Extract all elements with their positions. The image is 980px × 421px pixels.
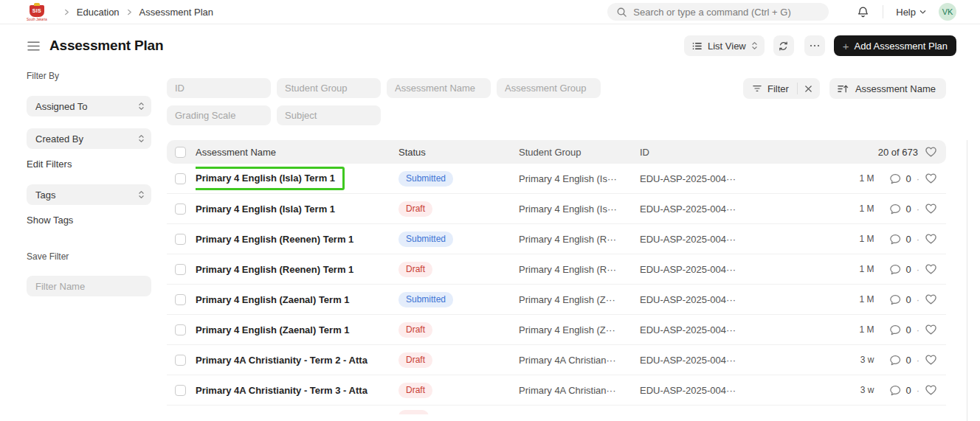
row-checkbox[interactable] — [175, 355, 186, 366]
status-badge: Draft — [398, 383, 432, 398]
comment-count-button[interactable]: 0 — [889, 294, 911, 305]
row-name-link[interactable]: Primary 4 English (Reenen) Term 1 — [196, 234, 398, 245]
like-heart-icon[interactable] — [925, 263, 937, 275]
global-search[interactable] — [607, 3, 829, 21]
filter-field-assessment-group[interactable] — [497, 78, 601, 98]
row-name-link[interactable]: Primary 4 English (Zaenal) Term 1 — [196, 294, 398, 305]
row-checkbox[interactable] — [175, 264, 186, 275]
column-assessment-name[interactable]: Assessment Name — [196, 147, 398, 158]
like-heart-icon[interactable] — [925, 384, 937, 396]
column-id[interactable]: ID — [640, 147, 765, 158]
row-student-group: Primary 4 English (Z··· — [519, 294, 640, 305]
row-name-link[interactable]: Primary 4 English (Reenen) Term 1 — [196, 264, 398, 275]
column-student-group[interactable]: Student Group — [519, 147, 640, 158]
menu-button[interactable] — [804, 35, 825, 56]
comment-count-button[interactable]: 0 — [889, 234, 911, 245]
row-modified-time: 1 M — [859, 234, 874, 244]
row-id: EDU-ASP-2025-004··· — [640, 294, 765, 305]
row-name-link[interactable]: Primary 4A Christianity - Term 3 - Atta — [196, 385, 398, 396]
view-switcher-button[interactable]: List View — [684, 35, 765, 56]
row-name-link[interactable]: Primary 4 English (Zaenal) Term 1 — [196, 324, 398, 335]
row-name-link[interactable]: Primary 4A Christianity - Term 2 - Atta — [196, 355, 398, 366]
partial-next-row — [167, 406, 946, 414]
clear-filter-button[interactable] — [798, 78, 820, 99]
assigned-to-select[interactable]: Assigned To — [27, 96, 151, 116]
sidebar-toggle-icon[interactable] — [27, 41, 41, 52]
row-student-group: Primary 4A Christian··· — [519, 385, 640, 396]
filter-field-subject[interactable] — [277, 105, 381, 125]
sort-button[interactable]: Assessment Name — [829, 78, 946, 99]
add-button-label: Add Assessment Plan — [855, 41, 948, 52]
save-filter-label: Save Filter — [27, 251, 162, 262]
filter-button-label: Filter — [767, 83, 789, 94]
row-checkbox[interactable] — [175, 203, 186, 215]
comment-icon — [889, 173, 901, 184]
row-id: EDU-ASP-2025-004··· — [640, 264, 765, 275]
chevron-right-icon — [126, 9, 133, 15]
comment-count-button[interactable]: 0 — [889, 385, 911, 396]
status-badge: Draft — [398, 352, 432, 368]
separator-dot: · — [917, 324, 919, 335]
comment-count-button[interactable]: 0 — [889, 264, 911, 275]
status-badge: Draft — [398, 201, 432, 217]
select-chevrons-icon — [751, 41, 758, 51]
notifications-bell-icon[interactable] — [857, 6, 869, 18]
row-checkbox[interactable] — [175, 294, 186, 305]
list-sidebar: Filter By Assigned To Created By Edit Fi… — [0, 66, 162, 414]
table-row: Primary 4 English (Isla) Term 1 Submitte… — [167, 164, 946, 194]
refresh-button[interactable] — [773, 35, 794, 56]
filter-button[interactable]: Filter — [743, 78, 797, 99]
row-id: EDU-ASP-2025-004··· — [640, 324, 765, 335]
breadcrumb-education[interactable]: Education — [77, 7, 120, 18]
row-checkbox[interactable] — [175, 173, 186, 184]
like-heart-icon[interactable] — [925, 203, 937, 215]
like-heart-icon[interactable] — [925, 173, 937, 184]
comment-icon — [889, 234, 901, 245]
page-header: Assessment Plan List View + — [0, 24, 980, 66]
liked-filter-heart-icon[interactable] — [925, 146, 937, 158]
ellipsis-icon — [810, 44, 820, 47]
filter-field-assessment-name[interactable] — [387, 78, 491, 98]
comment-count-button[interactable]: 0 — [889, 324, 911, 335]
like-heart-icon[interactable] — [925, 324, 937, 335]
edit-filters-link[interactable]: Edit Filters — [27, 159, 72, 170]
row-modified-time: 1 M — [859, 203, 874, 214]
tags-select[interactable]: Tags — [27, 184, 151, 205]
row-name-link[interactable]: Primary 4 English (Isla) Term 1 — [196, 167, 398, 190]
separator-dot: · — [917, 203, 919, 215]
add-assessment-plan-button[interactable]: + Add Assessment Plan — [834, 35, 956, 56]
like-heart-icon[interactable] — [925, 293, 937, 305]
help-menu[interactable]: Help — [896, 7, 926, 18]
avatar[interactable]: VK — [939, 3, 956, 21]
show-tags-link[interactable]: Show Tags — [27, 215, 73, 226]
row-name-link[interactable]: Primary 4 English (Isla) Term 1 — [196, 203, 398, 215]
filter-field-grading-scale[interactable] — [167, 105, 271, 125]
filter-field-student-group[interactable] — [277, 78, 381, 98]
comment-count-button[interactable]: 0 — [889, 203, 911, 215]
comment-icon — [889, 264, 901, 275]
created-by-select[interactable]: Created By — [27, 128, 151, 149]
separator-dot: · — [917, 355, 919, 366]
separator-dot: · — [917, 234, 919, 245]
like-heart-icon[interactable] — [925, 354, 937, 366]
app-logo[interactable]: SIS South Jakarta — [27, 5, 47, 21]
comment-count-button[interactable]: 0 — [889, 173, 911, 184]
filter-field-id[interactable] — [167, 78, 271, 98]
scrollbar[interactable] — [967, 140, 967, 421]
list-view-main: Filter Assessment Name A — [162, 66, 980, 414]
created-by-label: Created By — [35, 133, 83, 145]
like-heart-icon[interactable] — [925, 233, 937, 245]
column-status[interactable]: Status — [398, 147, 519, 158]
table-row: Primary 4 English (Reenen) Term 1 Draft … — [167, 254, 946, 285]
row-modified-time: 3 w — [860, 385, 874, 395]
row-checkbox[interactable] — [175, 385, 186, 396]
comment-count-button[interactable]: 0 — [889, 355, 911, 366]
filter-name-input[interactable] — [27, 276, 151, 296]
search-input[interactable] — [633, 7, 820, 18]
select-all-checkbox[interactable] — [175, 147, 186, 158]
row-checkbox[interactable] — [175, 324, 186, 335]
breadcrumb-assessment-plan[interactable]: Assessment Plan — [139, 7, 213, 18]
separator-dot: · — [917, 385, 919, 396]
comment-icon — [889, 355, 901, 366]
row-checkbox[interactable] — [175, 234, 186, 245]
